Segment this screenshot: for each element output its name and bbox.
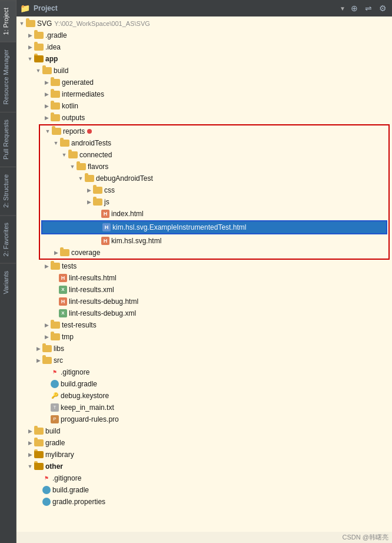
tree-item-gradle-properties[interactable]: gradle.properties <box>16 496 392 508</box>
highlight-region: ▼ reports ▼ androidTests ▼ connected ▼ <box>39 124 390 260</box>
tree-item-kotlin[interactable]: ▶ kotlin <box>16 100 392 112</box>
tree-item-app-build-gradle[interactable]: build.gradle <box>16 378 392 390</box>
intermediates-label: intermediates <box>62 90 104 98</box>
tree-root[interactable]: ▼ SVG Y:\002_WorkSpace\001_AS\SVG <box>16 18 392 29</box>
root-gradle-label: gradle <box>45 439 65 447</box>
lr-xml-label: lint-results.xml <box>69 286 114 294</box>
tree-item-intermediates[interactable]: ▶ intermediates <box>16 88 392 100</box>
src-arrow[interactable]: ▶ <box>34 357 42 363</box>
androidTests-arrow[interactable]: ▼ <box>52 140 60 146</box>
outputs-arrow[interactable]: ▶ <box>42 115 51 121</box>
tree-item-index-html[interactable]: H index.html <box>40 208 388 220</box>
tree-item-tmp[interactable]: ▶ tmp <box>16 331 392 343</box>
tree-item-gradle[interactable]: ▶ .gradle <box>16 29 392 41</box>
js-arrow[interactable]: ▶ <box>85 199 93 205</box>
gear-icon[interactable]: ⚙ <box>377 2 388 14</box>
globe-icon[interactable]: ⊕ <box>349 2 360 14</box>
root-gradle-arrow[interactable]: ▶ <box>26 440 34 446</box>
flavors-arrow[interactable]: ▼ <box>68 164 77 170</box>
tree-item-coverage[interactable]: ▶ coverage <box>40 247 388 259</box>
tree-item-src[interactable]: ▶ src <box>16 355 392 366</box>
test-results-arrow[interactable]: ▶ <box>42 322 51 328</box>
tree-item-kim-hsl-example[interactable]: H kim.hsl.svg.ExampleInstrumentedTest.ht… <box>42 221 386 233</box>
tree-item-lint-results-html[interactable]: H lint-results.html <box>16 272 392 284</box>
tree-item-app[interactable]: ▼ app <box>16 53 392 65</box>
src-folder-icon <box>42 357 52 364</box>
tree-item-libs[interactable]: ▶ libs <box>16 343 392 355</box>
tree-item-reports[interactable]: ▼ reports <box>40 125 388 137</box>
sidebar-tab-variants[interactable]: Variants <box>0 263 16 302</box>
js-folder-icon <box>93 198 102 206</box>
sidebar-tab-structure[interactable]: 2: Structure <box>0 167 16 215</box>
libs-label: libs <box>54 345 64 353</box>
build-arrow[interactable]: ▼ <box>34 68 42 74</box>
lr-xml-icon: X <box>59 286 67 294</box>
tree-item-other-gitignore[interactable]: ⚑ .gitignore <box>16 472 392 484</box>
intermediates-arrow[interactable]: ▶ <box>42 91 51 97</box>
css-folder-icon <box>93 187 102 194</box>
kotlin-arrow[interactable]: ▶ <box>42 103 51 109</box>
mylibrary-folder-icon <box>34 451 44 458</box>
tree-item-generated[interactable]: ▶ generated <box>16 77 392 88</box>
idea-label: .idea <box>45 43 61 51</box>
kotlin-folder-icon <box>51 102 60 110</box>
tree-item-app-gitignore[interactable]: ⚑ .gitignore <box>16 366 392 378</box>
tree-item-flavors[interactable]: ▼ flavors <box>40 161 388 173</box>
reports-arrow[interactable]: ▼ <box>44 128 52 134</box>
root-build-arrow[interactable]: ▶ <box>26 428 34 434</box>
tree-item-tests[interactable]: ▶ tests <box>16 260 392 272</box>
tree-item-other[interactable]: ▼ other <box>16 461 392 472</box>
tree-item-other-build-gradle[interactable]: build.gradle <box>16 484 392 496</box>
tree-item-build[interactable]: ▼ build <box>16 65 392 77</box>
tree-item-debugAndroidTest[interactable]: ▼ debugAndroidTest <box>40 173 388 184</box>
gradle-arrow[interactable]: ▶ <box>26 32 34 38</box>
index-html-label: index.html <box>111 210 144 218</box>
connected-arrow[interactable]: ▼ <box>60 152 68 158</box>
sidebar-tab-favorites[interactable]: 2: Favorites <box>0 215 16 263</box>
tree-item-root-gradle[interactable]: ▶ gradle <box>16 437 392 449</box>
app-arrow[interactable]: ▼ <box>26 56 34 62</box>
androidTests-label: androidTests <box>71 139 111 147</box>
generated-label: generated <box>62 78 94 87</box>
kim-hsl-example-label: kim.hsl.svg.ExampleInstrumentedTest.html <box>112 223 246 231</box>
mylibrary-arrow[interactable]: ▶ <box>26 452 34 458</box>
kotlin-label: kotlin <box>62 102 78 110</box>
generated-arrow[interactable]: ▶ <box>42 80 51 85</box>
tree-item-mylibrary[interactable]: ▶ mylibrary <box>16 449 392 461</box>
other-label: other <box>45 462 63 471</box>
split-icon[interactable]: ⇌ <box>363 2 374 14</box>
tree-item-js[interactable]: ▶ js <box>40 196 388 208</box>
tree-item-kim-hsl-html[interactable]: H kim.hsl.svg.html <box>40 235 388 247</box>
tree-item-keep-in-main[interactable]: T keep_in_main.txt <box>16 402 392 413</box>
dropdown-arrow[interactable]: ▼ <box>340 5 346 12</box>
other-arrow[interactable]: ▼ <box>26 463 34 469</box>
tree-item-root-build[interactable]: ▶ build <box>16 425 392 437</box>
tree-item-lint-results-xml[interactable]: X lint-results.xml <box>16 284 392 296</box>
tree-item-idea[interactable]: ▶ .idea <box>16 41 392 53</box>
tree-item-outputs[interactable]: ▶ outputs <box>16 112 392 124</box>
sidebar-tab-pull[interactable]: Pull Requests <box>0 112 16 167</box>
tree-item-lint-results-debug-html[interactable]: H lint-results-debug.html <box>16 296 392 307</box>
connected-folder-icon <box>68 151 78 158</box>
sidebar-tab-resource[interactable]: Resource Manager <box>0 42 16 112</box>
tree-item-test-results[interactable]: ▶ test-results <box>16 319 392 331</box>
tree-item-debug-keystore[interactable]: 🔑 debug.keystore <box>16 390 392 402</box>
tests-arrow[interactable]: ▶ <box>42 263 51 269</box>
tree-item-proguard[interactable]: P proguard-rules.pro <box>16 413 392 425</box>
tree-container[interactable]: ▼ SVG Y:\002_WorkSpace\001_AS\SVG ▶ .gra… <box>16 16 392 532</box>
tree-item-lint-results-debug-xml[interactable]: X lint-results-debug.xml <box>16 307 392 319</box>
libs-arrow[interactable]: ▶ <box>34 346 42 352</box>
tmp-label: tmp <box>62 333 74 341</box>
css-arrow[interactable]: ▶ <box>85 187 93 193</box>
tree-item-css[interactable]: ▶ css <box>40 184 388 196</box>
tree-item-androidTests[interactable]: ▼ androidTests <box>40 137 388 149</box>
tree-item-connected[interactable]: ▼ connected <box>40 149 388 161</box>
debugAndroidTest-arrow[interactable]: ▼ <box>77 176 85 181</box>
idea-arrow[interactable]: ▶ <box>26 44 34 50</box>
sidebar-tabs: 1: Project Resource Manager Pull Request… <box>0 0 16 543</box>
root-arrow[interactable]: ▼ <box>18 21 26 27</box>
tmp-arrow[interactable]: ▶ <box>42 334 51 340</box>
androidTests-folder-icon <box>60 140 69 147</box>
coverage-arrow[interactable]: ▶ <box>52 250 60 256</box>
sidebar-tab-project[interactable]: 1: Project <box>0 0 16 42</box>
